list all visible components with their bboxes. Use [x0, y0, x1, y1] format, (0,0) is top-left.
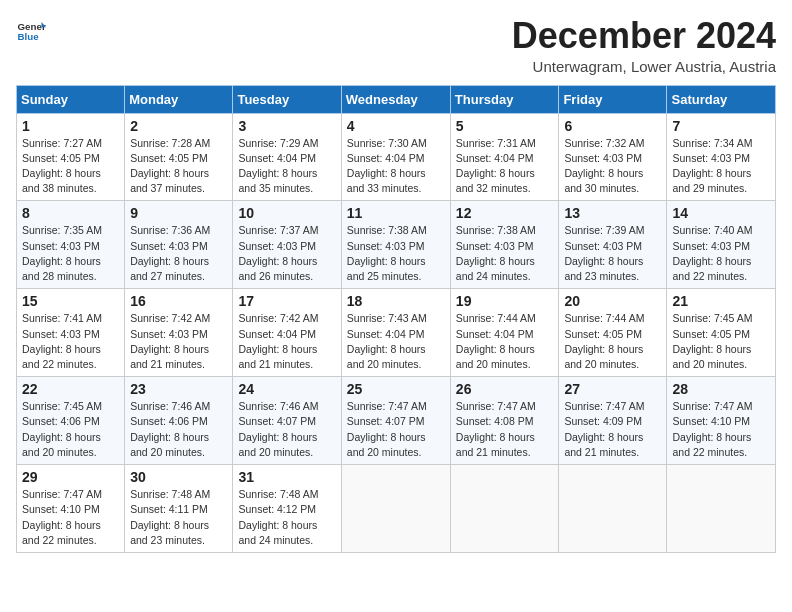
day-number: 16 [130, 293, 227, 309]
day-info: Sunrise: 7:42 AMSunset: 4:03 PMDaylight:… [130, 312, 210, 370]
day-number: 31 [238, 469, 335, 485]
calendar-cell: 7 Sunrise: 7:34 AMSunset: 4:03 PMDayligh… [667, 113, 776, 201]
day-number: 28 [672, 381, 770, 397]
calendar-cell: 13 Sunrise: 7:39 AMSunset: 4:03 PMDaylig… [559, 201, 667, 289]
calendar-cell: 11 Sunrise: 7:38 AMSunset: 4:03 PMDaylig… [341, 201, 450, 289]
day-header-wednesday: Wednesday [341, 85, 450, 113]
calendar-cell: 25 Sunrise: 7:47 AMSunset: 4:07 PMDaylig… [341, 377, 450, 465]
calendar-cell [341, 465, 450, 553]
day-info: Sunrise: 7:38 AMSunset: 4:03 PMDaylight:… [347, 224, 427, 282]
calendar-cell [450, 465, 559, 553]
location-title: Unterwagram, Lower Austria, Austria [512, 58, 776, 75]
day-info: Sunrise: 7:28 AMSunset: 4:05 PMDaylight:… [130, 137, 210, 195]
calendar-row-3: 15 Sunrise: 7:41 AMSunset: 4:03 PMDaylig… [17, 289, 776, 377]
day-header-monday: Monday [125, 85, 233, 113]
day-number: 29 [22, 469, 119, 485]
calendar-cell: 8 Sunrise: 7:35 AMSunset: 4:03 PMDayligh… [17, 201, 125, 289]
day-number: 23 [130, 381, 227, 397]
logo-icon: General Blue [16, 16, 46, 46]
calendar-cell [559, 465, 667, 553]
day-info: Sunrise: 7:31 AMSunset: 4:04 PMDaylight:… [456, 137, 536, 195]
day-number: 30 [130, 469, 227, 485]
day-header-tuesday: Tuesday [233, 85, 341, 113]
calendar-cell: 22 Sunrise: 7:45 AMSunset: 4:06 PMDaylig… [17, 377, 125, 465]
day-number: 22 [22, 381, 119, 397]
day-number: 1 [22, 118, 119, 134]
day-number: 26 [456, 381, 554, 397]
day-number: 6 [564, 118, 661, 134]
day-info: Sunrise: 7:38 AMSunset: 4:03 PMDaylight:… [456, 224, 536, 282]
calendar-cell: 4 Sunrise: 7:30 AMSunset: 4:04 PMDayligh… [341, 113, 450, 201]
calendar-row-1: 1 Sunrise: 7:27 AMSunset: 4:05 PMDayligh… [17, 113, 776, 201]
day-number: 20 [564, 293, 661, 309]
day-header-saturday: Saturday [667, 85, 776, 113]
calendar-row-5: 29 Sunrise: 7:47 AMSunset: 4:10 PMDaylig… [17, 465, 776, 553]
calendar-cell: 18 Sunrise: 7:43 AMSunset: 4:04 PMDaylig… [341, 289, 450, 377]
day-number: 10 [238, 205, 335, 221]
calendar-cell: 24 Sunrise: 7:46 AMSunset: 4:07 PMDaylig… [233, 377, 341, 465]
day-number: 19 [456, 293, 554, 309]
calendar-cell: 19 Sunrise: 7:44 AMSunset: 4:04 PMDaylig… [450, 289, 559, 377]
calendar-cell: 3 Sunrise: 7:29 AMSunset: 4:04 PMDayligh… [233, 113, 341, 201]
calendar-cell: 1 Sunrise: 7:27 AMSunset: 4:05 PMDayligh… [17, 113, 125, 201]
calendar-cell: 31 Sunrise: 7:48 AMSunset: 4:12 PMDaylig… [233, 465, 341, 553]
day-number: 13 [564, 205, 661, 221]
day-info: Sunrise: 7:46 AMSunset: 4:07 PMDaylight:… [238, 400, 318, 458]
calendar-cell: 2 Sunrise: 7:28 AMSunset: 4:05 PMDayligh… [125, 113, 233, 201]
logo: General Blue [16, 16, 46, 46]
day-info: Sunrise: 7:44 AMSunset: 4:04 PMDaylight:… [456, 312, 536, 370]
day-info: Sunrise: 7:40 AMSunset: 4:03 PMDaylight:… [672, 224, 752, 282]
day-info: Sunrise: 7:34 AMSunset: 4:03 PMDaylight:… [672, 137, 752, 195]
day-number: 15 [22, 293, 119, 309]
day-info: Sunrise: 7:48 AMSunset: 4:12 PMDaylight:… [238, 488, 318, 546]
day-info: Sunrise: 7:27 AMSunset: 4:05 PMDaylight:… [22, 137, 102, 195]
calendar-cell: 27 Sunrise: 7:47 AMSunset: 4:09 PMDaylig… [559, 377, 667, 465]
day-number: 18 [347, 293, 445, 309]
calendar-cell: 28 Sunrise: 7:47 AMSunset: 4:10 PMDaylig… [667, 377, 776, 465]
calendar-cell: 26 Sunrise: 7:47 AMSunset: 4:08 PMDaylig… [450, 377, 559, 465]
calendar-cell [667, 465, 776, 553]
day-info: Sunrise: 7:47 AMSunset: 4:10 PMDaylight:… [672, 400, 752, 458]
day-number: 7 [672, 118, 770, 134]
day-number: 4 [347, 118, 445, 134]
calendar-cell: 15 Sunrise: 7:41 AMSunset: 4:03 PMDaylig… [17, 289, 125, 377]
day-info: Sunrise: 7:30 AMSunset: 4:04 PMDaylight:… [347, 137, 427, 195]
day-number: 5 [456, 118, 554, 134]
calendar-cell: 23 Sunrise: 7:46 AMSunset: 4:06 PMDaylig… [125, 377, 233, 465]
day-info: Sunrise: 7:47 AMSunset: 4:08 PMDaylight:… [456, 400, 536, 458]
calendar-header-row: SundayMondayTuesdayWednesdayThursdayFrid… [17, 85, 776, 113]
day-info: Sunrise: 7:32 AMSunset: 4:03 PMDaylight:… [564, 137, 644, 195]
header: General Blue December 2024 Unterwagram, … [16, 16, 776, 75]
day-info: Sunrise: 7:36 AMSunset: 4:03 PMDaylight:… [130, 224, 210, 282]
day-info: Sunrise: 7:29 AMSunset: 4:04 PMDaylight:… [238, 137, 318, 195]
calendar-cell: 14 Sunrise: 7:40 AMSunset: 4:03 PMDaylig… [667, 201, 776, 289]
calendar-cell: 20 Sunrise: 7:44 AMSunset: 4:05 PMDaylig… [559, 289, 667, 377]
day-info: Sunrise: 7:39 AMSunset: 4:03 PMDaylight:… [564, 224, 644, 282]
month-title: December 2024 [512, 16, 776, 56]
calendar-cell: 6 Sunrise: 7:32 AMSunset: 4:03 PMDayligh… [559, 113, 667, 201]
calendar-cell: 16 Sunrise: 7:42 AMSunset: 4:03 PMDaylig… [125, 289, 233, 377]
day-info: Sunrise: 7:47 AMSunset: 4:07 PMDaylight:… [347, 400, 427, 458]
day-number: 21 [672, 293, 770, 309]
day-header-thursday: Thursday [450, 85, 559, 113]
day-header-sunday: Sunday [17, 85, 125, 113]
calendar-cell: 21 Sunrise: 7:45 AMSunset: 4:05 PMDaylig… [667, 289, 776, 377]
day-info: Sunrise: 7:42 AMSunset: 4:04 PMDaylight:… [238, 312, 318, 370]
day-info: Sunrise: 7:37 AMSunset: 4:03 PMDaylight:… [238, 224, 318, 282]
day-info: Sunrise: 7:47 AMSunset: 4:10 PMDaylight:… [22, 488, 102, 546]
day-info: Sunrise: 7:48 AMSunset: 4:11 PMDaylight:… [130, 488, 210, 546]
calendar-row-4: 22 Sunrise: 7:45 AMSunset: 4:06 PMDaylig… [17, 377, 776, 465]
calendar-cell: 10 Sunrise: 7:37 AMSunset: 4:03 PMDaylig… [233, 201, 341, 289]
day-number: 3 [238, 118, 335, 134]
day-number: 14 [672, 205, 770, 221]
calendar-cell: 9 Sunrise: 7:36 AMSunset: 4:03 PMDayligh… [125, 201, 233, 289]
svg-text:Blue: Blue [18, 31, 40, 42]
calendar: SundayMondayTuesdayWednesdayThursdayFrid… [16, 85, 776, 553]
day-info: Sunrise: 7:45 AMSunset: 4:05 PMDaylight:… [672, 312, 752, 370]
day-number: 27 [564, 381, 661, 397]
day-number: 9 [130, 205, 227, 221]
day-info: Sunrise: 7:41 AMSunset: 4:03 PMDaylight:… [22, 312, 102, 370]
title-area: December 2024 Unterwagram, Lower Austria… [512, 16, 776, 75]
calendar-cell: 17 Sunrise: 7:42 AMSunset: 4:04 PMDaylig… [233, 289, 341, 377]
day-number: 24 [238, 381, 335, 397]
